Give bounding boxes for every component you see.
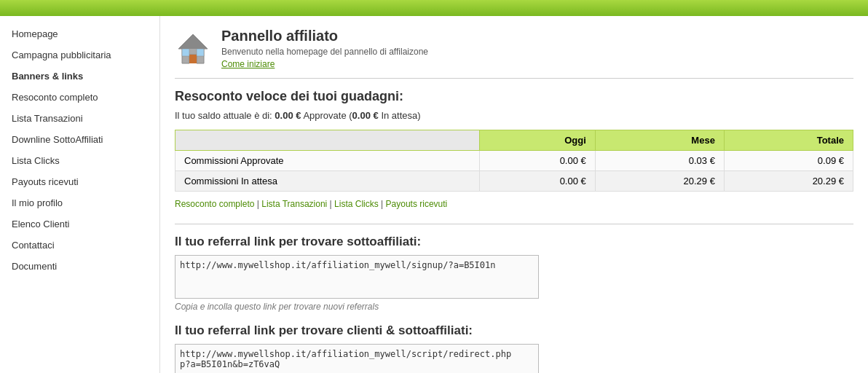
svg-rect-4	[197, 49, 204, 56]
top-bar	[0, 0, 868, 16]
sidebar-item-payouts[interactable]: Payouts ricevuti	[0, 171, 159, 192]
balance-text: Il tuo saldo attuale è di: 0.00 € Approv…	[175, 110, 853, 121]
balance-prefix: Il tuo saldo attuale è di:	[175, 110, 272, 121]
row1-label: Commissioni Approvate	[175, 151, 480, 171]
svg-rect-3	[182, 49, 189, 56]
row2-mese: 20.29 €	[595, 171, 724, 192]
col-header-empty	[175, 130, 480, 151]
panel-header: Pannello affiliato Benvenuto nella homep…	[175, 28, 853, 79]
balance-value: 0.00 €	[275, 110, 301, 121]
svg-rect-1	[189, 55, 197, 63]
col-header-totale: Totale	[724, 130, 853, 151]
referral1-textarea[interactable]: http://www.mywellshop.it/affiliation_myw…	[175, 255, 539, 299]
link-lista-clicks[interactable]: Lista Clicks	[334, 199, 379, 209]
panel-header-text: Pannello affiliato Benvenuto nella homep…	[221, 28, 428, 69]
earnings-table: Oggi Mese Totale Commissioni Approvate 0…	[175, 130, 853, 192]
row2-oggi: 0.00 €	[480, 171, 595, 192]
sidebar-item-lista-clicks[interactable]: Lista Clicks	[0, 150, 159, 171]
main-content: Pannello affiliato Benvenuto nella homep…	[160, 16, 868, 373]
sidebar-item-banners[interactable]: Banners & links	[0, 66, 159, 87]
divider	[175, 224, 853, 224]
sidebar-item-documenti[interactable]: Documenti	[0, 256, 159, 277]
col-header-oggi: Oggi	[480, 130, 595, 151]
sidebar-item-clienti[interactable]: Elenco Clienti	[0, 213, 159, 235]
referral1-hint: Copia e incolla questo link per trovare …	[175, 302, 853, 312]
table-row: Commissioni In attesa 0.00 € 20.29 € 20.…	[175, 171, 853, 192]
link-lista-transazioni[interactable]: Lista Transazioni	[261, 199, 327, 209]
referral2-section: Il tuo referral link per trovare clienti…	[175, 323, 853, 373]
sidebar-item-profilo[interactable]: Il mio profilo	[0, 192, 159, 213]
balance-pending-value: 0.00 €	[352, 110, 379, 121]
referral1-title: Il tuo referral link per trovare sottoaf…	[175, 235, 853, 249]
summary-title: Resoconto veloce dei tuoi guadagni:	[175, 89, 853, 104]
referral1-section: Il tuo referral link per trovare sottoaf…	[175, 235, 853, 312]
house-icon	[175, 31, 211, 67]
sidebar-item-lista-transazioni[interactable]: Lista Transazioni	[0, 108, 159, 129]
row1-mese: 0.03 €	[595, 151, 724, 171]
balance-approved-label: Approvate	[303, 110, 346, 121]
sidebar-item-campagna[interactable]: Campagna pubblicitaria	[0, 44, 159, 66]
referral2-title: Il tuo referral link per trovare clienti…	[175, 323, 853, 338]
row2-totale: 20.29 €	[724, 171, 853, 192]
come-iniziare-link[interactable]: Come iniziare	[221, 59, 275, 69]
svg-marker-2	[178, 34, 208, 49]
row2-label: Commissioni In attesa	[175, 171, 480, 192]
link-resoconto-completo[interactable]: Resoconto completo	[175, 199, 254, 209]
sidebar-item-homepage[interactable]: Homepage	[0, 23, 159, 44]
table-links: Resoconto completo | Lista Transazioni |…	[175, 199, 853, 209]
sidebar-item-downline[interactable]: Downline SottoAffiliati	[0, 129, 159, 150]
link-payouts-ricevuti[interactable]: Payouts ricevuti	[386, 199, 448, 209]
sidebar-item-resoconto[interactable]: Resoconto completo	[0, 87, 159, 108]
referral2-textarea[interactable]: http://www.mywellshop.it/affiliation_myw…	[175, 344, 539, 373]
panel-subtitle: Benvenuto nella homepage del pannello di…	[221, 47, 428, 57]
panel-title: Pannello affiliato	[221, 28, 428, 44]
table-row: Commissioni Approvate 0.00 € 0.03 € 0.09…	[175, 151, 853, 171]
sidebar: Homepage Campagna pubblicitaria Banners …	[0, 16, 160, 373]
balance-pending-label: In attesa	[381, 110, 417, 121]
col-header-mese: Mese	[595, 130, 724, 151]
row1-oggi: 0.00 €	[480, 151, 595, 171]
row1-totale: 0.09 €	[724, 151, 853, 171]
sidebar-item-contattaci[interactable]: Contattaci	[0, 235, 159, 256]
